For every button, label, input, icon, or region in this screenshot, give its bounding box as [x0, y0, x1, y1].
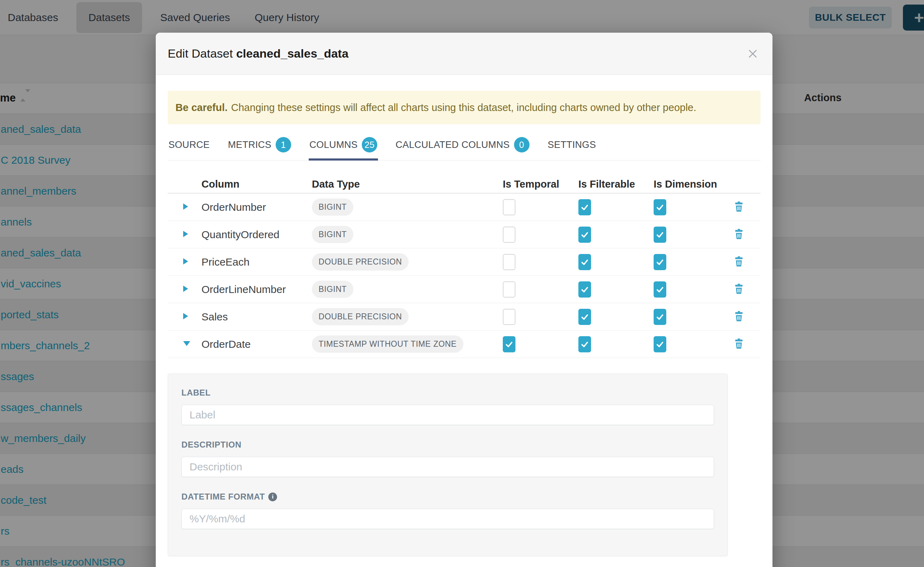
field-label: DESCRIPTION i: [181, 440, 714, 450]
warning-banner: Be careful. Changing these settings will…: [168, 91, 760, 124]
is-temporal-checkbox[interactable]: [503, 281, 515, 297]
tab-calculated-columns[interactable]: CALCULATED COLUMNS 0: [395, 134, 530, 160]
field-input[interactable]: [181, 508, 714, 529]
column-row: OrderDate TIMESTAMP WITHOUT TIME ZONE: [168, 331, 760, 358]
modal-header: Edit Dataset cleaned_sales_data: [156, 33, 772, 75]
column-name: OrderNumber: [202, 201, 312, 213]
warning-bold: Be careful.: [175, 102, 227, 114]
warning-text: Changing these settings will affect all …: [231, 102, 696, 114]
is-filterable-checkbox[interactable]: [578, 254, 591, 270]
data-type-pill: BIGINT: [312, 281, 354, 298]
column-name: PriceEach: [202, 256, 312, 268]
column-name: Sales: [202, 311, 312, 323]
data-type-pill: DOUBLE PRECISION: [312, 253, 409, 270]
columns-table: Column Data Type Is Temporal Is Filterab…: [168, 175, 760, 358]
caret-icon: [183, 203, 188, 210]
column-name: OrderLineNumber: [202, 284, 312, 296]
modal-title: Edit Dataset cleaned_sales_data: [168, 47, 348, 60]
delete-column-icon[interactable]: [734, 256, 743, 267]
field-label: LABEL i: [181, 388, 714, 425]
expand-row-button[interactable]: [168, 286, 188, 292]
delete-column-icon[interactable]: [734, 229, 743, 239]
is-filterable-checkbox[interactable]: [578, 309, 591, 325]
data-type-pill: TIMESTAMP WITHOUT TIME ZONE: [312, 336, 464, 353]
field-label: LABEL i: [181, 388, 714, 398]
is-temporal-checkbox[interactable]: [503, 254, 515, 270]
field-description: DESCRIPTION i: [181, 440, 714, 477]
caret-icon: [183, 313, 188, 320]
delete-column-icon[interactable]: [734, 201, 743, 212]
is-filterable-checkbox[interactable]: [578, 199, 591, 215]
field-input[interactable]: [181, 405, 714, 425]
expand-row-button[interactable]: [168, 258, 188, 264]
is-temporal-checkbox[interactable]: [503, 226, 515, 243]
dataset-name: cleaned_sales_data: [236, 47, 348, 60]
delete-column-icon[interactable]: [734, 338, 743, 349]
field-input[interactable]: [181, 457, 714, 477]
is-filterable-checkbox[interactable]: [578, 281, 591, 297]
modal-body: Be careful. Changing these settings will…: [156, 75, 772, 556]
column-row: Sales DOUBLE PRECISION: [168, 303, 760, 331]
caret-icon: [183, 341, 190, 346]
edit-dataset-modal: Edit Dataset cleaned_sales_data Be caref…: [156, 33, 772, 567]
data-type-pill: BIGINT: [312, 226, 354, 243]
is-dimension-checkbox[interactable]: [654, 254, 666, 270]
is-temporal-checkbox[interactable]: [503, 336, 515, 352]
column-name: OrderDate: [202, 338, 312, 350]
is-dimension-header: Is Dimension: [654, 178, 734, 190]
tab-count-badge: 25: [362, 137, 377, 153]
data-type-pill: DOUBLE PRECISION: [312, 308, 409, 325]
columns-table-header: Column Data Type Is Temporal Is Filterab…: [168, 175, 760, 194]
is-dimension-checkbox[interactable]: [654, 309, 666, 325]
is-temporal-checkbox[interactable]: [503, 309, 515, 325]
expand-row-button[interactable]: [168, 231, 188, 237]
data-type-pill: BIGINT: [312, 198, 354, 216]
column-header: Column: [202, 178, 312, 190]
data-type-header: Data Type: [312, 178, 503, 190]
column-name: QuantityOrdered: [202, 229, 312, 241]
is-dimension-checkbox[interactable]: [654, 281, 666, 297]
column-detail-panel: LABEL i DESCRIPTION i DATETIME FORMAT i: [168, 374, 728, 556]
expand-row-button[interactable]: [168, 203, 188, 210]
field-label: DATETIME FORMAT i: [181, 492, 714, 502]
caret-icon: [183, 231, 188, 237]
tab-count-badge: 1: [275, 137, 291, 153]
modal-tabs: SOURCE METRICS 1 COLUMNS 25 CALCULATED C…: [168, 134, 760, 160]
is-filterable-checkbox[interactable]: [578, 226, 591, 243]
info-icon[interactable]: i: [268, 492, 277, 501]
is-temporal-checkbox[interactable]: [503, 199, 515, 215]
caret-icon: [183, 286, 188, 292]
tab-columns[interactable]: COLUMNS 25: [309, 134, 378, 160]
is-dimension-checkbox[interactable]: [654, 226, 666, 243]
column-row: QuantityOrdered BIGINT: [168, 221, 760, 248]
is-dimension-checkbox[interactable]: [654, 199, 666, 215]
is-filterable-header: Is Filterable: [578, 178, 654, 190]
expand-row-button[interactable]: [168, 313, 188, 320]
tab-count-badge: 0: [514, 137, 530, 153]
field-datetime-format: DATETIME FORMAT i: [181, 492, 714, 529]
column-row: OrderNumber BIGINT: [168, 194, 760, 221]
is-filterable-checkbox[interactable]: [578, 336, 591, 352]
tab-source[interactable]: SOURCE: [168, 134, 210, 160]
tab-settings[interactable]: SETTINGS: [547, 134, 597, 160]
is-temporal-header: Is Temporal: [503, 178, 578, 190]
expand-row-button[interactable]: [168, 341, 190, 346]
is-dimension-checkbox[interactable]: [654, 336, 666, 352]
caret-icon: [183, 258, 188, 264]
close-icon[interactable]: [747, 48, 758, 59]
delete-column-icon[interactable]: [734, 284, 743, 294]
column-row: PriceEach DOUBLE PRECISION: [168, 248, 760, 276]
tab-metrics[interactable]: METRICS 1: [227, 134, 292, 160]
column-row: OrderLineNumber BIGINT: [168, 276, 760, 303]
delete-column-icon[interactable]: [734, 311, 743, 321]
